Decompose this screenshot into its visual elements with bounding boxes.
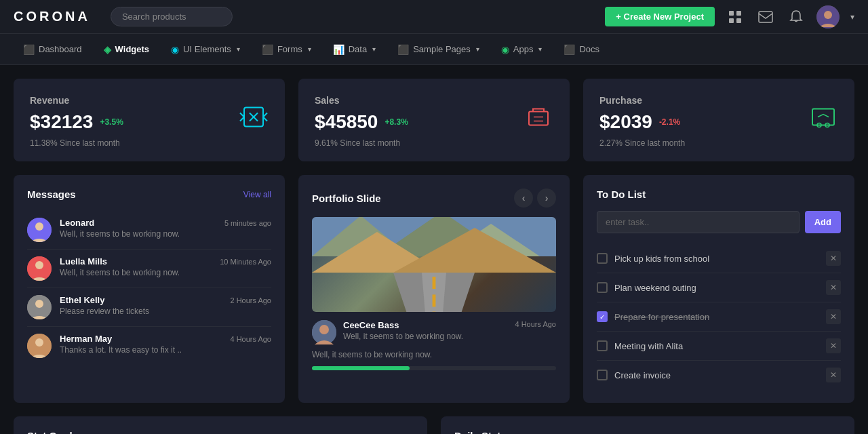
todo-input[interactable]	[597, 211, 800, 233]
todo-input-row: Add	[597, 211, 841, 233]
message-body: Herman May 4 Hours Ago Thanks a lot. It …	[60, 334, 271, 355]
mail-icon-button[interactable]	[755, 8, 776, 26]
docs-label: Docs	[579, 44, 599, 54]
todo-checkbox[interactable]	[597, 311, 608, 322]
portfolio-comment-text: Well, it seems to be working now.	[343, 332, 556, 341]
message-avatar	[27, 218, 52, 242]
create-project-button[interactable]: + Create New Project	[605, 7, 715, 26]
message-avatar	[27, 256, 52, 281]
sidebar-item-ui-elements[interactable]: ◉ UI Elements ▾	[161, 39, 250, 60]
todo-checkbox[interactable]	[597, 282, 608, 293]
bell-icon-button[interactable]	[787, 7, 806, 27]
svg-rect-9	[812, 109, 834, 125]
dashboard-icon: ⬛	[23, 44, 35, 55]
svg-rect-2	[729, 18, 734, 23]
todo-label: Plan weekend outing	[614, 283, 819, 293]
sales-value-row: $45850 +8.3%	[315, 111, 553, 133]
todo-add-button[interactable]: Add	[805, 211, 841, 233]
sidebar-item-dashboard[interactable]: ⬛ Dashboard	[14, 39, 92, 60]
revenue-card: Revenue $32123 +3.5% 11.38% Since last m…	[14, 79, 285, 161]
apps-icon: ◉	[501, 44, 509, 55]
slide-next-button[interactable]: ›	[537, 189, 556, 208]
message-item[interactable]: Ethel Kelly 2 Hours Ago Please review th…	[27, 288, 271, 327]
todo-item: Meeting with Alita ✕	[597, 332, 841, 361]
todo-header: To Do List	[597, 189, 841, 200]
sidebar-item-apps[interactable]: ◉ Apps ▾	[492, 39, 552, 60]
todo-delete-button[interactable]: ✕	[826, 280, 841, 295]
todo-delete-button[interactable]: ✕	[826, 338, 841, 353]
message-body: Ethel Kelly 2 Hours Ago Please review th…	[60, 295, 271, 316]
sidebar-item-sample-pages[interactable]: ⬛ Sample Pages ▾	[388, 39, 489, 60]
todo-checkbox[interactable]	[597, 370, 608, 380]
message-item[interactable]: Leonard 5 minutes ago Well, it seems to …	[27, 211, 271, 250]
revenue-value: $32123	[30, 111, 93, 133]
revenue-title: Revenue	[30, 95, 269, 106]
svg-point-19	[35, 338, 43, 347]
messages-title: Messages	[27, 189, 76, 200]
ui-elements-chevron: ▾	[237, 45, 240, 53]
portfolio-comment-top: CeeCee Bass 4 Hours Ago	[343, 320, 556, 330]
message-top: Leonard 5 minutes ago	[60, 218, 271, 228]
svg-rect-28	[433, 277, 436, 289]
sales-value: $45850	[315, 111, 378, 133]
messages-header: Messages View all	[27, 189, 271, 200]
sidebar-item-forms[interactable]: ⬛ Forms ▾	[252, 39, 321, 60]
bell-icon	[789, 9, 803, 24]
message-text: Well, it seems to be working now.	[60, 229, 271, 239]
portfolio-comment-time: 4 Hours Ago	[515, 320, 556, 330]
portfolio-comment-name: CeeCee Bass	[343, 320, 399, 330]
portfolio-card: Portfolio Slide ‹ ›	[298, 175, 570, 403]
purchase-value: $2039	[599, 111, 652, 133]
view-all-messages[interactable]: View all	[243, 190, 271, 199]
stat-cards-card: Stat Cards	[14, 416, 427, 434]
svg-point-15	[35, 261, 43, 269]
sales-icon	[524, 102, 553, 138]
message-text: Well, it seems to be working now.	[60, 268, 271, 277]
message-name: Ethel Kelly	[60, 295, 104, 305]
message-name: Leonard	[60, 218, 94, 228]
slide-prev-button[interactable]: ‹	[514, 189, 533, 208]
stat-cards-row: Revenue $32123 +3.5% 11.38% Since last m…	[14, 79, 854, 161]
messages-list: Leonard 5 minutes ago Well, it seems to …	[27, 211, 271, 365]
sales-card: Sales $45850 +8.3% 9.61% Since last mont…	[298, 79, 570, 161]
widgets-icon: ◈	[104, 44, 111, 55]
portfolio-full-text: Well, it seems to be working now.	[312, 350, 556, 359]
second-nav: ⬛ Dashboard ◈ Widgets ◉ UI Elements ▾ ⬛ …	[0, 34, 868, 65]
avatar[interactable]	[816, 5, 840, 28]
message-item[interactable]: Herman May 4 Hours Ago Thanks a lot. It …	[27, 327, 271, 365]
search-input[interactable]	[111, 7, 233, 26]
todo-checkbox[interactable]	[597, 340, 608, 351]
sidebar-item-data[interactable]: 📊 Data ▾	[323, 39, 385, 60]
todo-label: Pick up kids from school	[614, 254, 819, 264]
bottom-right-title: Daily Stats	[454, 430, 507, 434]
apps-label: Apps	[513, 44, 534, 54]
todo-card: To Do List Add Pick up kids from school …	[583, 175, 854, 403]
revenue-change: +3.5%	[100, 117, 123, 127]
messages-card: Messages View all Leonard 5 minutes ago …	[14, 175, 285, 403]
avatar-chevron[interactable]: ▾	[850, 12, 854, 22]
svg-rect-0	[729, 11, 734, 16]
message-avatar	[27, 334, 52, 358]
svg-rect-29	[433, 294, 436, 307]
sales-sub: 9.61% Since last month	[315, 138, 553, 148]
svg-rect-1	[736, 11, 741, 16]
main-content: Revenue $32123 +3.5% 11.38% Since last m…	[0, 65, 868, 434]
sidebar-item-docs[interactable]: ⬛ Docs	[554, 39, 609, 60]
message-item[interactable]: Luella Mills 10 Minutes Ago Well, it see…	[27, 250, 271, 288]
data-label: Data	[349, 44, 367, 54]
todo-delete-button[interactable]: ✕	[826, 251, 841, 266]
todo-delete-button[interactable]: ✕	[826, 368, 841, 382]
todo-checkbox[interactable]	[597, 253, 608, 264]
portfolio-avatar	[312, 320, 336, 344]
grid-icon-button[interactable]	[726, 7, 745, 26]
portfolio-progress-bg	[312, 366, 556, 370]
message-name: Herman May	[60, 334, 112, 344]
sidebar-item-widgets[interactable]: ◈ Widgets	[94, 39, 159, 60]
todo-item: Prepare for presentation ✕	[597, 302, 841, 332]
portfolio-image	[312, 217, 556, 312]
todo-delete-button[interactable]: ✕	[826, 309, 841, 324]
bottom-row: Stat Cards Daily Stats	[14, 416, 854, 434]
message-text: Thanks a lot. It was easy to fix it ..	[60, 345, 271, 355]
todo-item: Pick up kids from school ✕	[597, 244, 841, 273]
message-top: Herman May 4 Hours Ago	[60, 334, 271, 344]
